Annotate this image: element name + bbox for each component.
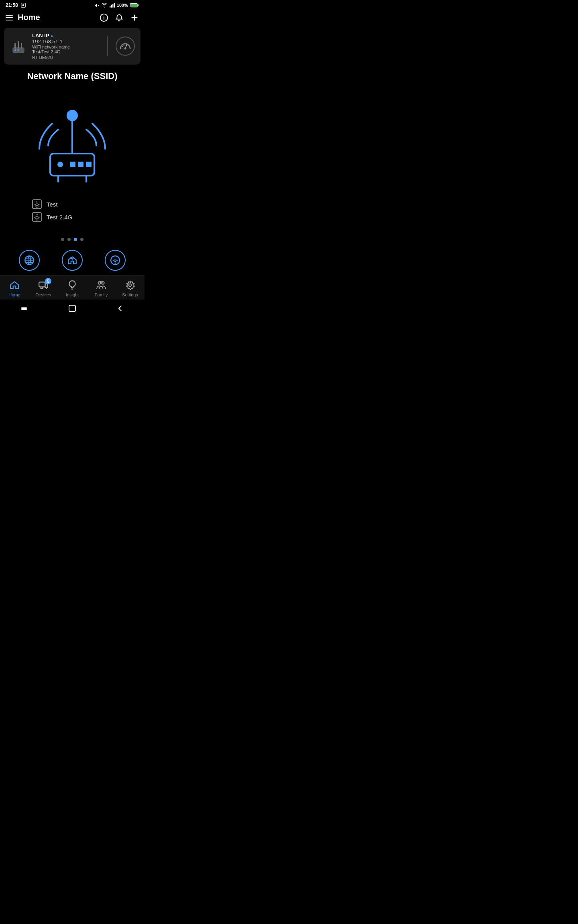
svg-point-53 bbox=[129, 284, 132, 287]
svg-point-52 bbox=[100, 281, 102, 283]
nav-home[interactable]: Home bbox=[2, 280, 26, 297]
home-button[interactable] bbox=[65, 304, 79, 313]
svg-rect-45 bbox=[39, 282, 45, 287]
ssid-24g-icon: 2.4 bbox=[32, 212, 42, 222]
wifi-settings-button[interactable] bbox=[105, 250, 126, 271]
lan-chevron-icon: » bbox=[51, 33, 54, 38]
router-model: RT-BE92U bbox=[32, 55, 99, 60]
ssid-list: 5 Test 2.4 Test 2.4G bbox=[0, 199, 72, 222]
home-nav-label: Home bbox=[8, 292, 20, 297]
devices-badge: 5 bbox=[45, 278, 51, 284]
bell-button[interactable] bbox=[115, 13, 124, 22]
svg-rect-9 bbox=[114, 3, 115, 8]
svg-rect-11 bbox=[131, 4, 137, 7]
svg-point-23 bbox=[17, 49, 19, 51]
home-nav-icon bbox=[9, 280, 20, 291]
router-details: LAN IP » 192.168.51.1 WiFi network name … bbox=[32, 32, 99, 60]
lan-ip-label: LAN IP bbox=[32, 32, 49, 38]
svg-rect-12 bbox=[138, 4, 138, 6]
svg-rect-8 bbox=[112, 4, 113, 8]
svg-point-36 bbox=[37, 207, 38, 208]
signal-icon bbox=[109, 2, 115, 8]
battery-icon bbox=[130, 3, 139, 8]
wifi-name-value: Test/Test 2.4G bbox=[32, 49, 99, 54]
svg-rect-20 bbox=[18, 41, 19, 49]
svg-point-5 bbox=[104, 7, 105, 8]
svg-rect-21 bbox=[21, 43, 22, 49]
svg-rect-7 bbox=[111, 5, 112, 8]
wifi-label: WiFi network name bbox=[32, 45, 99, 49]
devices-nav-icon: 5 bbox=[38, 280, 49, 291]
quick-icons-row bbox=[0, 247, 144, 275]
lan-ip-value: 192.168.51.1 bbox=[32, 38, 99, 45]
dot-3[interactable] bbox=[74, 238, 77, 241]
screenshot-icon bbox=[20, 2, 26, 8]
dot-2[interactable] bbox=[67, 238, 71, 241]
nav-family[interactable]: Family bbox=[89, 280, 113, 297]
top-nav: Home bbox=[0, 10, 144, 25]
router-thumbnail bbox=[10, 37, 27, 55]
menu-button[interactable] bbox=[6, 15, 13, 20]
svg-rect-19 bbox=[14, 43, 16, 49]
insight-nav-label: Insight bbox=[66, 292, 79, 297]
ssid-item-24g[interactable]: 2.4 Test 2.4G bbox=[32, 212, 72, 222]
nav-devices[interactable]: 5 Devices bbox=[31, 280, 55, 297]
svg-point-25 bbox=[124, 48, 126, 50]
svg-point-22 bbox=[14, 49, 16, 51]
home-wifi-button[interactable] bbox=[62, 250, 83, 271]
router-info-card[interactable]: LAN IP » 192.168.51.1 WiFi network name … bbox=[4, 28, 140, 65]
wifi-status-icon bbox=[102, 2, 107, 8]
svg-text:2.4: 2.4 bbox=[36, 214, 38, 216]
speedtest-button[interactable] bbox=[116, 36, 135, 56]
svg-point-44 bbox=[114, 262, 116, 263]
family-nav-label: Family bbox=[95, 292, 108, 297]
network-title: Network Name (SSID) bbox=[27, 71, 118, 81]
svg-rect-6 bbox=[110, 6, 110, 8]
recent-apps-button[interactable] bbox=[17, 304, 31, 313]
svg-point-15 bbox=[104, 16, 104, 16]
insight-nav-icon bbox=[67, 280, 78, 291]
svg-rect-46 bbox=[45, 284, 48, 288]
mute-icon bbox=[94, 3, 100, 8]
svg-marker-2 bbox=[95, 4, 97, 7]
ssid-5g-name: Test bbox=[47, 201, 58, 208]
dot-1[interactable] bbox=[61, 238, 64, 241]
settings-nav-label: Settings bbox=[122, 292, 138, 297]
svg-rect-30 bbox=[70, 162, 75, 167]
page-title: Home bbox=[18, 13, 40, 22]
settings-nav-icon bbox=[124, 280, 136, 291]
ssid-24g-name: Test 2.4G bbox=[47, 214, 72, 221]
dot-4[interactable] bbox=[80, 238, 83, 241]
bottom-nav: Home 5 Devices Insight bbox=[0, 275, 144, 300]
svg-point-29 bbox=[57, 162, 63, 167]
svg-point-39 bbox=[37, 219, 38, 221]
family-nav-icon bbox=[96, 280, 107, 291]
battery-display: 100% bbox=[117, 3, 128, 8]
time-display: 21:58 bbox=[6, 2, 18, 8]
page-indicator bbox=[0, 238, 144, 241]
add-button[interactable] bbox=[130, 13, 139, 22]
globe-button[interactable] bbox=[19, 250, 40, 271]
card-divider bbox=[107, 36, 108, 56]
svg-point-27 bbox=[67, 111, 77, 120]
svg-point-24 bbox=[20, 49, 22, 51]
svg-point-1 bbox=[22, 4, 24, 6]
svg-text:5: 5 bbox=[37, 201, 38, 203]
status-bar: 21:58 100% bbox=[0, 0, 144, 10]
system-nav-bar bbox=[0, 300, 144, 316]
nav-settings[interactable]: Settings bbox=[118, 280, 142, 297]
svg-rect-57 bbox=[69, 305, 75, 312]
svg-point-42 bbox=[71, 259, 73, 260]
nav-insight[interactable]: Insight bbox=[60, 280, 84, 297]
ssid-item-5g[interactable]: 5 Test bbox=[32, 199, 72, 209]
ssid-5g-icon: 5 bbox=[32, 199, 42, 209]
main-content: Network Name (SSID) bbox=[0, 67, 144, 222]
devices-nav-label: Devices bbox=[35, 292, 51, 297]
svg-rect-31 bbox=[78, 162, 83, 167]
info-button[interactable] bbox=[100, 13, 108, 22]
router-visual bbox=[28, 93, 116, 187]
svg-rect-32 bbox=[86, 162, 92, 167]
back-button[interactable] bbox=[113, 304, 128, 313]
